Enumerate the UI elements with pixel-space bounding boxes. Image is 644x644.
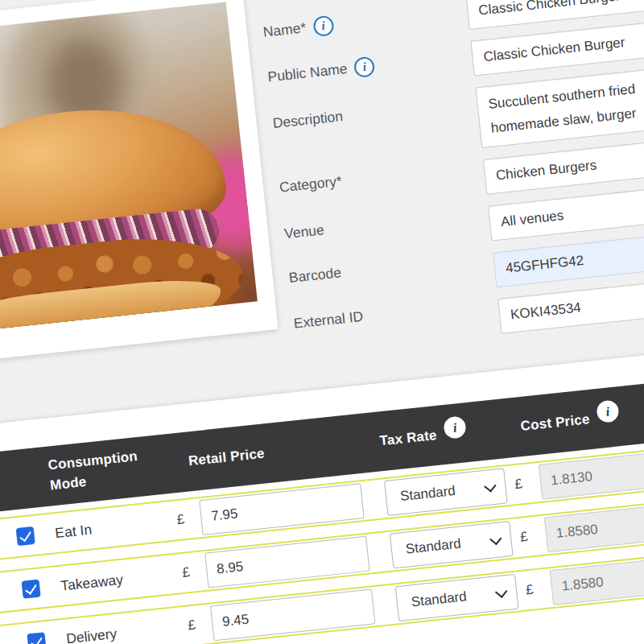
cost-price-input: 1.8580 [550,553,644,605]
check-icon [25,582,36,595]
currency-symbol: £ [180,553,192,592]
tax-rate-header-text: Tax Rate [379,427,438,449]
currency-symbol: £ [513,464,524,504]
check-icon [31,634,42,644]
cost-price-input: 1.8580 [544,500,644,552]
check-icon [19,529,31,542]
currency-symbol: £ [186,606,197,644]
description-label: Description [271,105,344,134]
product-photo [0,2,258,336]
category-label-text: Category* [279,172,343,196]
tax-rate-value: Standard [411,588,468,610]
name-label: Name* i [262,14,334,43]
retail-price-input[interactable]: 7.95 [199,483,364,535]
column-header-tax-rate: Tax Rate i [377,402,469,471]
currency-symbol: £ [175,500,186,539]
barcode-label-text: Barcode [288,264,342,287]
currency-symbol: £ [524,571,535,610]
cost-price-input: 1.8130 [539,448,644,500]
currency-symbol: £ [518,518,530,557]
retail-price-input[interactable]: 9.45 [210,588,375,641]
tax-rate-select[interactable]: Standard [390,521,514,568]
eat-in-checkbox[interactable] [16,526,35,546]
chevron-down-icon [489,532,502,544]
chevron-down-icon [484,480,496,492]
info-icon[interactable]: i [353,56,375,77]
external-id-label-text: External ID [293,308,364,332]
chevron-down-icon [495,585,507,597]
external-id-label: External ID [293,306,365,334]
rotated-page: Name* i Public Name i Description Catego… [0,0,644,644]
venue-label: Venue [283,219,325,244]
takeaway-checkbox[interactable] [22,580,41,599]
barcode-label: Barcode [288,262,343,288]
mode-label-eat-in: Eat In [53,510,94,553]
info-icon[interactable]: i [443,415,467,440]
retail-price-input[interactable]: 8.95 [204,536,369,588]
mode-label-takeaway: Takeaway [59,560,125,605]
mode-label-delivery: Delivery [64,614,119,644]
venue-label-text: Venue [283,221,325,242]
tax-rate-select[interactable]: Standard [384,468,508,515]
tax-rate-value: Standard [399,483,456,505]
pricing-table-card: Consumption Mode Retail Price Tax Rate i… [0,319,644,644]
description-label-text: Description [272,108,344,132]
category-label: Category* [279,171,343,198]
info-icon[interactable]: i [312,14,334,36]
public-name-label-text: Public Name [267,60,349,85]
info-icon[interactable]: i [596,399,620,423]
tax-rate-select[interactable]: Standard [395,574,519,621]
name-label-text: Name* [262,19,307,40]
column-header-cost-price: Cost Price i [518,386,622,456]
delivery-checkbox[interactable] [27,632,46,644]
column-header-consumption-mode: Consumption Mode [46,434,176,506]
product-photo-card [0,0,279,367]
tax-rate-value: Standard [405,536,462,558]
column-header-retail-price: Retail Price [185,424,267,492]
public-name-label: Public Name i [266,56,375,88]
cost-price-header-text: Cost Price [520,411,591,435]
